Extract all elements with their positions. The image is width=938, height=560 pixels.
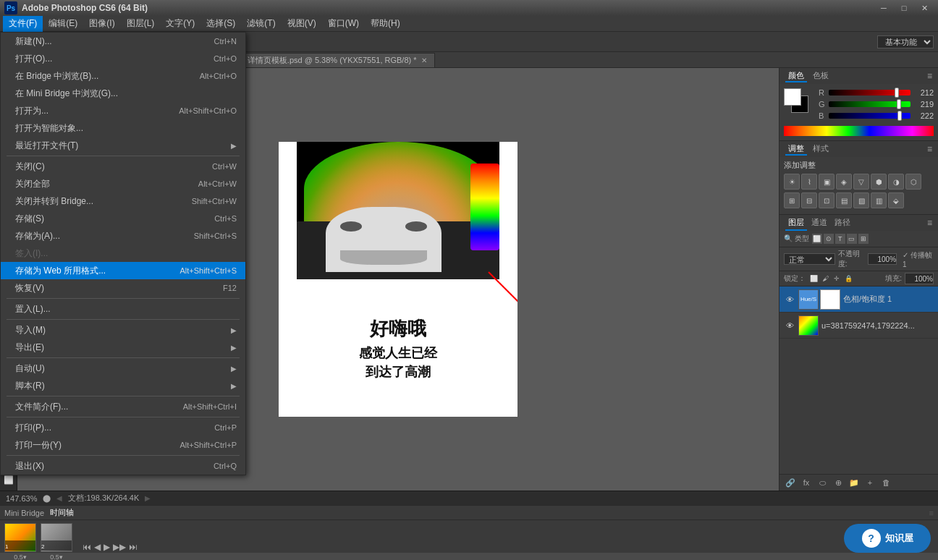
adj-panel-menu[interactable]: ≡: [927, 144, 932, 154]
filter-type[interactable]: T: [835, 234, 845, 244]
menu-close[interactable]: 关闭(C)Ctrl+W: [1, 158, 245, 175]
adj-hsl[interactable]: ▽: [853, 174, 869, 190]
thumbnail-0[interactable]: 1: [4, 523, 36, 552]
menu-recent[interactable]: 最近打开文件(T)▶: [1, 137, 245, 154]
menu-open-as[interactable]: 打开为...Alt+Shift+Ctrl+O: [1, 102, 245, 119]
adj-threshold[interactable]: ▧: [853, 192, 869, 208]
lock-transparent[interactable]: ⬜: [808, 273, 819, 284]
layer-item-1[interactable]: 👁 u=3817592474,1792224...: [779, 313, 938, 339]
timeline-play[interactable]: ▶: [103, 542, 110, 552]
status-arrow-left[interactable]: ◀: [56, 494, 62, 502]
adj-invert[interactable]: ⊡: [819, 192, 835, 208]
opacity-value[interactable]: [868, 253, 897, 265]
color-panel-menu[interactable]: ≡: [927, 71, 932, 81]
filter-pixel[interactable]: ⬜: [812, 234, 822, 244]
blend-mode-select[interactable]: 正常: [784, 253, 835, 265]
workspace-dropdown[interactable]: 基本功能: [877, 35, 934, 48]
tab-channels[interactable]: 通道: [808, 216, 830, 231]
menu-select[interactable]: 选择(S): [200, 16, 241, 32]
tab-adjustments[interactable]: 调整: [785, 143, 807, 156]
adj-photofilt[interactable]: ⬡: [905, 174, 921, 190]
timeline-first[interactable]: ⏮: [83, 542, 91, 552]
menu-save-web[interactable]: 存储为 Web 所用格式...Alt+Shift+Ctrl+S: [1, 262, 245, 279]
color-spectrum[interactable]: [784, 126, 934, 136]
layer-item-0[interactable]: 👁 Hue/S 色相/饱和度 1: [779, 287, 938, 313]
tab-1-close[interactable]: ✕: [421, 56, 427, 64]
menu-scripts[interactable]: 脚本(R)▶: [1, 377, 245, 394]
maximize-button[interactable]: □: [895, 1, 913, 14]
timeline-next[interactable]: ▶▶: [113, 542, 126, 552]
slider-g-track[interactable]: [829, 101, 910, 107]
menu-window[interactable]: 窗口(W): [322, 16, 365, 32]
filter-adjust[interactable]: ⊙: [824, 234, 834, 244]
slider-b-thumb[interactable]: [897, 111, 902, 121]
adj-curves[interactable]: ⌇: [801, 174, 817, 190]
bottom-panel-menu[interactable]: ≡: [929, 509, 934, 517]
layer-eye-0[interactable]: 👁: [784, 294, 795, 305]
status-arrow-right[interactable]: ▶: [145, 494, 151, 502]
menu-open-smart[interactable]: 打开为智能对象...: [1, 119, 245, 137]
menu-save-as[interactable]: 存储为(A)...Shift+Ctrl+S: [1, 227, 245, 245]
timeline-prev[interactable]: ◀: [94, 542, 101, 552]
menu-minibridge[interactable]: 在 Mini Bridge 中浏览(G)...: [1, 85, 245, 102]
tab-paths[interactable]: 路径: [832, 216, 853, 231]
adj-exposure[interactable]: ▣: [819, 174, 835, 190]
layer-delete-btn[interactable]: 🗑: [879, 476, 892, 489]
tab-layers[interactable]: 图层: [785, 216, 807, 231]
adj-gradmap[interactable]: ▥: [871, 192, 887, 208]
menu-open[interactable]: 打开(O)...Ctrl+O: [1, 50, 245, 67]
menu-filter[interactable]: 滤镜(T): [241, 16, 281, 32]
menu-view[interactable]: 视图(V): [282, 16, 322, 32]
adj-selectcolor[interactable]: ⬙: [888, 192, 904, 208]
adj-colorbalance[interactable]: ⬢: [871, 174, 887, 190]
menu-place[interactable]: 置入(L)...: [1, 300, 245, 318]
timeline-last[interactable]: ⏭: [129, 542, 138, 552]
layer-mask-btn[interactable]: ⬭: [816, 476, 829, 489]
bottom-tab-timeline[interactable]: 时间轴: [50, 507, 74, 518]
menu-print[interactable]: 打印(P)...Ctrl+P: [1, 419, 245, 436]
layer-eye-1[interactable]: 👁: [784, 320, 795, 331]
menu-exit[interactable]: 退出(X)Ctrl+Q: [1, 457, 245, 475]
minimize-button[interactable]: ─: [874, 1, 893, 14]
adj-vibrance[interactable]: ◈: [836, 174, 852, 190]
layer-link-btn[interactable]: 🔗: [784, 476, 797, 489]
menu-bridge[interactable]: 在 Bridge 中浏览(B)...Alt+Ctrl+O: [1, 67, 245, 85]
layer-fx-btn[interactable]: fx: [800, 476, 813, 489]
adj-channelmix[interactable]: ⊞: [784, 192, 800, 208]
slider-r-track[interactable]: [829, 90, 910, 96]
adj-bw[interactable]: ◑: [888, 174, 904, 190]
adj-posterize[interactable]: ▤: [836, 192, 852, 208]
menu-automate[interactable]: 自动(U)▶: [1, 360, 245, 377]
filter-smart[interactable]: ⊞: [858, 234, 869, 244]
layer-adj-btn[interactable]: ⊕: [832, 476, 845, 489]
layers-panel-menu[interactable]: ≡: [927, 218, 932, 228]
close-button[interactable]: ✕: [915, 1, 934, 14]
menu-text[interactable]: 文字(Y): [160, 16, 200, 32]
adj-brightness[interactable]: ☀: [784, 174, 800, 190]
menu-print-one[interactable]: 打印一份(Y)Alt+Shift+Ctrl+P: [1, 436, 245, 454]
tab-1[interactable]: 详情页模板.psd @ 5.38% (YKX57551, RGB/8) * ✕: [240, 53, 435, 67]
tab-styles[interactable]: 样式: [810, 143, 832, 156]
menu-export[interactable]: 导出(E)▶: [1, 339, 245, 356]
menu-fileinfo[interactable]: 文件简介(F)...Alt+Shift+Ctrl+I: [1, 398, 245, 415]
tab-swatches[interactable]: 色板: [810, 70, 832, 82]
tab-color[interactable]: 颜色: [785, 70, 807, 82]
lock-paint[interactable]: 🖌: [820, 273, 830, 284]
menu-edit[interactable]: 编辑(E): [43, 16, 83, 32]
menu-help[interactable]: 帮助(H): [365, 16, 406, 32]
lock-position[interactable]: ✛: [832, 273, 842, 284]
menu-image[interactable]: 图像(I): [83, 16, 120, 32]
layer-group-btn[interactable]: 📁: [848, 476, 861, 489]
menu-close-bridge[interactable]: 关闭并转到 Bridge...Shift+Ctrl+W: [1, 192, 245, 210]
menu-new[interactable]: 新建(N)...Ctrl+N: [1, 33, 245, 50]
slider-g-thumb[interactable]: [897, 99, 901, 109]
thumbnail-1[interactable]: 2: [41, 523, 72, 552]
menu-close-all[interactable]: 关闭全部Alt+Ctrl+W: [1, 175, 245, 192]
layer-new-btn[interactable]: +: [863, 476, 876, 489]
slider-r-thumb[interactable]: [895, 88, 899, 98]
adj-colorlookup[interactable]: ⊟: [801, 192, 817, 208]
slider-b-track[interactable]: [829, 113, 910, 119]
menu-layer[interactable]: 图层(L): [121, 16, 161, 32]
menu-file[interactable]: 文件(F): [3, 16, 43, 32]
menu-save[interactable]: 存储(S)Ctrl+S: [1, 210, 245, 227]
